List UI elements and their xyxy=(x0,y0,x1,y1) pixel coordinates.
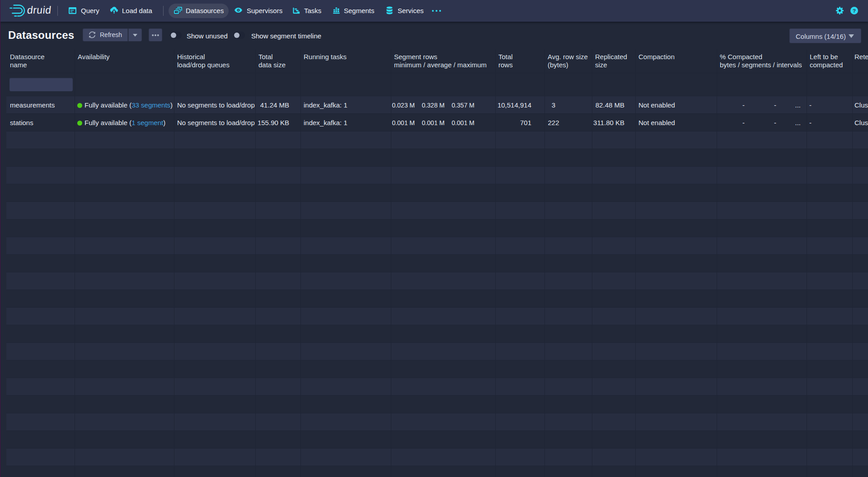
svg-text:?: ? xyxy=(853,8,856,14)
